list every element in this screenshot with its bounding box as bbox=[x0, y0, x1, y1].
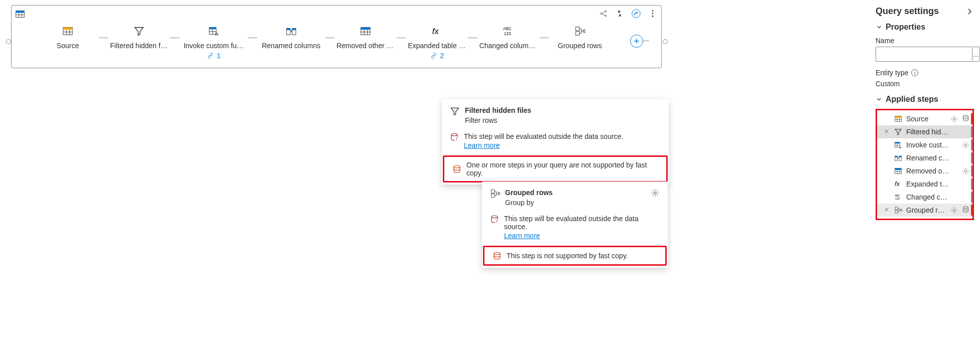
grouped-icon bbox=[894, 206, 902, 214]
step-settings-icon[interactable] bbox=[962, 167, 969, 175]
connector bbox=[468, 38, 477, 38]
remove-step-icon[interactable] bbox=[883, 128, 890, 136]
tooltip1-subtitle: Filter rows bbox=[465, 116, 531, 124]
step-status-bar bbox=[971, 205, 972, 216]
tooltip-filtered-hidden-files: Filtered hidden files Filter rows This s… bbox=[442, 99, 669, 185]
step-status-bar bbox=[971, 165, 972, 176]
query-diagram-area: SourceFiltered hidden fi…Invoke custom f… bbox=[0, 3, 673, 68]
diagram-anchor-right bbox=[663, 39, 668, 44]
query-settings-panel: Query settings Properties Name … Entity … bbox=[870, 0, 980, 220]
caret-down-icon bbox=[876, 24, 883, 31]
diagram-step[interactable]: Removed other c… bbox=[334, 24, 397, 50]
diagram-step[interactable]: Grouped rows bbox=[549, 24, 611, 50]
fx-icon bbox=[894, 180, 902, 188]
step-link-badge[interactable]: 1 bbox=[207, 52, 221, 60]
diagram-step-label: Expanded table c… bbox=[406, 42, 468, 50]
step-status-bar bbox=[971, 139, 972, 150]
steps-row: SourceFiltered hidden fi…Invoke custom f… bbox=[37, 24, 611, 60]
table-orange-icon bbox=[62, 24, 73, 39]
entity-type-value: Custom bbox=[876, 79, 974, 92]
name-label: Name bbox=[876, 35, 974, 47]
diagram-anchor-left bbox=[6, 39, 11, 44]
applied-step-label: Source bbox=[906, 115, 946, 123]
step-status-bar bbox=[971, 152, 972, 163]
tooltip2-subtitle: Group by bbox=[505, 199, 553, 207]
tooltip2-learn-more-link[interactable]: Learn more bbox=[504, 232, 660, 240]
applied-steps-section-header[interactable]: Applied steps bbox=[876, 92, 974, 107]
remove-step-icon[interactable] bbox=[883, 206, 890, 214]
diagram-step-label: Grouped rows bbox=[556, 42, 604, 50]
applied-step-row[interactable]: Grouped ro… bbox=[877, 204, 972, 217]
panel-title: Query settings bbox=[876, 6, 939, 17]
diagram-step-label: Filtered hidden fi… bbox=[108, 42, 170, 50]
applied-step-row[interactable]: Expanded t… bbox=[877, 177, 972, 191]
step-status-bar bbox=[971, 192, 972, 203]
applied-steps-list: SourceFiltered hid…Invoke cust…Renamed c… bbox=[876, 109, 974, 220]
tail-line bbox=[642, 41, 649, 41]
info-icon[interactable]: i bbox=[911, 69, 918, 76]
applied-step-label: Filtered hid… bbox=[906, 128, 969, 136]
abc123-icon bbox=[502, 24, 515, 39]
tooltip2-gear-icon[interactable] bbox=[651, 189, 660, 198]
diagram-step[interactable]: Source bbox=[37, 24, 99, 50]
properties-section-header[interactable]: Properties bbox=[876, 20, 974, 35]
applied-step-row[interactable]: Source bbox=[877, 112, 972, 125]
more-menu-icon[interactable] bbox=[648, 9, 657, 18]
tooltip2-warn-text: This step will be evaluated outside the … bbox=[504, 215, 660, 231]
connector bbox=[540, 38, 549, 38]
properties-label: Properties bbox=[886, 23, 925, 32]
share-icon[interactable] bbox=[599, 9, 608, 18]
rename-col-icon bbox=[894, 154, 902, 162]
entity-type-label: Entity type bbox=[876, 69, 908, 77]
diagram-step-label: Changed column… bbox=[477, 42, 540, 50]
collapse-icon[interactable] bbox=[615, 9, 624, 18]
fastcopy-warn-icon bbox=[493, 251, 502, 260]
applied-step-row[interactable]: Invoke cust… bbox=[877, 138, 972, 151]
name-more-button[interactable]: … bbox=[972, 47, 980, 62]
diagram-toolbar bbox=[599, 9, 657, 19]
fastcopy-warn-icon bbox=[452, 164, 461, 173]
query-diagram-frame: SourceFiltered hidden fi…Invoke custom f… bbox=[11, 5, 662, 68]
table-blue-icon bbox=[360, 24, 371, 39]
applied-step-row[interactable]: Removed o… bbox=[877, 164, 972, 177]
diagram-step[interactable]: Invoke custom fu…1 bbox=[180, 24, 248, 60]
datasource-warn-icon bbox=[490, 215, 499, 224]
name-input[interactable] bbox=[876, 47, 972, 62]
applied-steps-label: Applied steps bbox=[886, 95, 938, 104]
tooltip2-title: Grouped rows bbox=[505, 189, 553, 197]
connector bbox=[99, 38, 108, 38]
fx-icon bbox=[431, 24, 442, 39]
step-settings-icon[interactable] bbox=[962, 141, 969, 149]
applied-step-row[interactable]: Renamed c… bbox=[877, 151, 972, 164]
table-fx-icon bbox=[894, 141, 902, 149]
diagram-step-label: Removed other c… bbox=[334, 42, 397, 50]
step-link-badge[interactable]: 2 bbox=[430, 52, 444, 60]
tooltip2-fastcopy-text: This step is not supported by fast copy. bbox=[507, 252, 628, 260]
step-settings-icon[interactable] bbox=[950, 115, 958, 123]
fastcopy-indicator-icon bbox=[962, 206, 969, 215]
panel-collapse-icon[interactable] bbox=[965, 7, 974, 16]
applied-step-row[interactable]: Filtered hid… bbox=[877, 125, 972, 138]
diagram-step[interactable]: Expanded table c…2 bbox=[406, 24, 468, 60]
diagram-step[interactable]: Renamed columns bbox=[257, 24, 325, 50]
applied-step-label: Renamed c… bbox=[906, 154, 969, 162]
add-step-button[interactable] bbox=[630, 35, 643, 48]
step-settings-icon[interactable] bbox=[950, 207, 958, 214]
diagram-step[interactable]: Changed column… bbox=[477, 24, 540, 50]
applied-step-label: Expanded t… bbox=[906, 180, 969, 188]
filter-icon bbox=[450, 106, 460, 116]
diagram-step[interactable]: Filtered hidden fi… bbox=[108, 24, 170, 50]
applied-step-label: Changed c… bbox=[906, 193, 969, 201]
connector bbox=[248, 38, 257, 38]
applied-step-row[interactable]: Changed c… bbox=[877, 191, 972, 204]
tooltip1-learn-more-link[interactable]: Learn more bbox=[464, 141, 624, 149]
grouped-icon bbox=[574, 24, 585, 39]
applied-step-label: Removed o… bbox=[906, 167, 958, 175]
fastcopy-indicator-icon bbox=[962, 114, 969, 123]
caret-down-icon bbox=[876, 96, 883, 103]
refresh-icon[interactable] bbox=[631, 9, 641, 19]
table-orange-icon bbox=[894, 115, 902, 123]
diagram-step-label: Source bbox=[55, 42, 81, 50]
table-blue-icon bbox=[894, 167, 902, 175]
connector bbox=[170, 38, 179, 38]
